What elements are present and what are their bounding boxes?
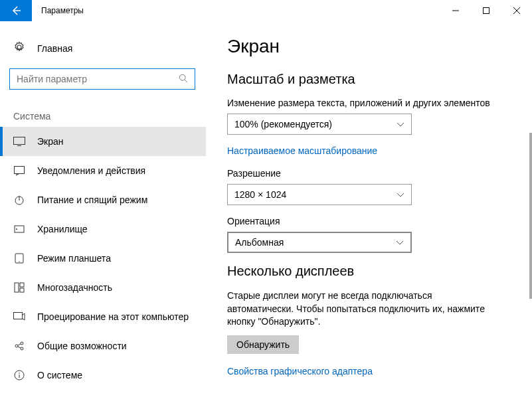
orientation-select[interactable]: Альбомная [227,232,412,253]
sidebar-item-storage[interactable]: Хранилище [0,214,206,244]
svg-point-8 [19,261,19,262]
window-title: Параметры [41,6,84,15]
chevron-down-icon [397,119,404,129]
close-button[interactable] [501,0,532,21]
resolution-label: Разрешение [227,168,519,179]
sidebar-item-label: Уведомления и действия [37,165,145,176]
back-button[interactable] [0,0,32,21]
svg-point-15 [21,347,23,350]
scale-value: 100% (рекомендуется) [234,119,332,129]
scrollbar-thumb[interactable] [529,133,532,299]
sidebar-home[interactable]: Главная [0,36,206,60]
chevron-down-icon [397,189,404,200]
main-panel: Экран Масштаб и разметка Изменение разме… [206,21,532,417]
arrow-left-icon [11,5,21,16]
project-icon [13,312,25,321]
sidebar-group-label: Система [0,96,206,127]
sidebar-item-label: Режим планшета [37,253,111,264]
sidebar-item-label: О системе [37,370,82,380]
section-scale-heading: Масштаб и разметка [227,72,519,87]
sidebar-item-multitasking[interactable]: Многозадачность [0,273,206,302]
minimize-button[interactable] [440,0,471,21]
sidebar-item-label: Питание и спящий режим [37,195,147,205]
share-icon [13,341,25,351]
svg-rect-2 [14,137,25,145]
minimize-icon [452,7,459,14]
svg-rect-9 [15,283,19,292]
section-multi-heading: Несколько дисплеев [227,264,519,279]
sidebar: Главная Система Экран Уведомления и дейс… [0,21,206,417]
sidebar-item-label: Общие возможности [37,341,127,351]
scrollbar[interactable] [529,27,532,412]
svg-rect-3 [15,167,25,174]
sidebar-item-projecting[interactable]: Проецирование на этот компьютер [0,302,206,331]
svg-rect-12 [14,313,23,319]
maximize-icon [483,7,489,14]
orientation-label: Ориентация [227,216,519,226]
sidebar-item-about[interactable]: О системе [0,361,206,390]
notification-icon [13,165,25,176]
sidebar-home-label: Главная [37,43,72,54]
svg-point-14 [21,342,23,345]
orientation-value: Альбомная [235,237,284,248]
svg-point-1 [179,74,185,80]
sidebar-item-label: Экран [37,136,64,147]
search-input[interactable] [9,68,195,90]
multi-display-text: Старые дисплеи могут не всегда подключат… [227,290,493,329]
multitasking-icon [13,282,25,293]
sidebar-item-display[interactable]: Экран [0,127,206,156]
sidebar-item-notifications[interactable]: Уведомления и действия [0,156,206,185]
scale-select[interactable]: 100% (рекомендуется) [227,114,412,135]
sidebar-item-power[interactable]: Питание и спящий режим [0,185,206,214]
svg-point-17 [19,373,20,374]
sidebar-item-tablet[interactable]: Режим планшета [0,244,206,273]
advanced-scaling-link[interactable]: Настраиваемое масштабирование [227,145,377,156]
sidebar-item-label: Многозадачность [37,282,112,293]
sidebar-item-label: Хранилище [37,224,88,234]
svg-rect-11 [20,288,24,292]
page-title: Экран [227,36,519,57]
search-field[interactable] [17,74,179,84]
storage-icon [13,224,25,234]
scale-label: Изменение размера текста, приложений и д… [227,98,519,108]
sidebar-item-shared[interactable]: Общие возможности [0,331,206,361]
search-icon [179,74,188,85]
info-icon [13,370,25,380]
display-icon [13,137,25,146]
sidebar-item-label: Проецирование на этот компьютер [37,311,189,322]
close-icon [513,7,520,14]
resolution-select[interactable]: 1280 × 1024 [227,184,412,205]
maximize-button[interactable] [471,0,501,21]
svg-rect-0 [484,8,489,14]
titlebar: Параметры [0,0,532,21]
detect-button[interactable]: Обнаружить [227,335,299,354]
svg-rect-10 [20,283,24,287]
svg-point-13 [15,345,18,347]
gpu-properties-link[interactable]: Свойства графического адаптера [227,366,373,376]
resolution-value: 1280 × 1024 [234,189,286,200]
svg-point-6 [16,228,17,230]
tablet-icon [13,253,25,264]
gear-icon [13,41,25,55]
power-icon [13,195,25,205]
chevron-down-icon [396,237,404,248]
